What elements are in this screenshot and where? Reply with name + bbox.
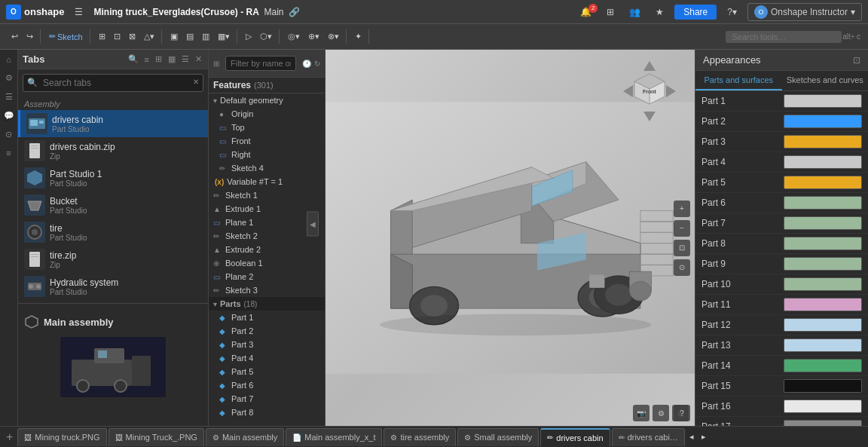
- viewport-help-btn[interactable]: ?: [674, 405, 690, 421]
- bottom-tab-small-assembly[interactable]: ⚙Small assembly: [457, 428, 539, 446]
- transform-btn-4[interactable]: △▾: [140, 29, 158, 44]
- part-color-swatch-15[interactable]: [784, 379, 863, 393]
- bottom-tab-mining-png[interactable]: 🖼Mining truck.PNG: [17, 428, 106, 446]
- action-btn[interactable]: ✦: [351, 29, 365, 44]
- tool-btn-a[interactable]: ▣: [167, 29, 182, 44]
- sidebar-icon-parts[interactable]: ⚙: [3, 71, 15, 85]
- part-color-row-3[interactable]: Part 3: [695, 132, 868, 152]
- part-color-row-10[interactable]: Part 10: [695, 274, 868, 295]
- bottom-scroll-left[interactable]: ◂: [686, 432, 697, 442]
- part-color-swatch-3[interactable]: [784, 135, 863, 148]
- part-color-swatch-8[interactable]: [784, 237, 863, 250]
- transform-btn-3[interactable]: ⊠: [125, 29, 139, 44]
- filter-icon-btn[interactable]: ⊞: [213, 60, 219, 68]
- part-color-row-7[interactable]: Part 7: [695, 213, 868, 234]
- part-color-row-11[interactable]: Part 11: [695, 295, 868, 315]
- feature-front[interactable]: ▭ Front: [209, 134, 325, 148]
- part-color-swatch-1[interactable]: [784, 94, 863, 108]
- render-btn[interactable]: ⊕▾: [304, 29, 323, 44]
- feature-part-5[interactable]: ◆ Part 5: [209, 365, 325, 378]
- tab-item-hydraulic[interactable]: Hydraulic system Part Studio: [18, 273, 208, 300]
- sidebar-icon-variables[interactable]: ≡: [4, 146, 13, 160]
- sidebar-icon-browse[interactable]: ☰: [3, 90, 15, 104]
- section-btn[interactable]: ⊗▾: [324, 29, 343, 44]
- part-color-swatch-16[interactable]: [784, 400, 863, 413]
- bottom-tab-main-assembly-xt[interactable]: 📄Main assembly_x_t: [286, 428, 382, 446]
- feature-part-4[interactable]: ◆ Part 4: [209, 351, 325, 365]
- tool-btn-b[interactable]: ▤: [182, 29, 197, 44]
- feature-part-3[interactable]: ◆ Part 3: [209, 338, 325, 351]
- hamburger-menu[interactable]: ☰: [70, 5, 87, 19]
- feature-part-7[interactable]: ◆ Part 7: [209, 392, 325, 406]
- feature-top[interactable]: ▭ Top: [209, 121, 325, 134]
- part-color-row-15[interactable]: Part 15: [695, 376, 868, 396]
- instructor-menu[interactable]: O Onshape Instructor ▾: [747, 3, 862, 21]
- feature-refresh-btn[interactable]: ↻: [314, 60, 320, 68]
- viewport[interactable]: Front + − ⊡ ⊙ 📷 ⚙ ⊞ ?: [326, 50, 695, 426]
- tabs-search-input[interactable]: [23, 74, 203, 92]
- feature-filter-input[interactable]: [225, 56, 296, 71]
- part-color-row-13[interactable]: Part 13: [695, 335, 868, 356]
- tabs-sort-icon-btn[interactable]: ≡: [143, 54, 151, 66]
- part-color-swatch-12[interactable]: [784, 318, 863, 332]
- viewport-settings-btn[interactable]: ⚙: [653, 405, 669, 421]
- share-button[interactable]: Share: [674, 5, 717, 20]
- tabs-filter-icon-btn[interactable]: ⊞: [154, 53, 164, 66]
- part-color-swatch-17[interactable]: [784, 420, 863, 426]
- tabs-list-icon-btn[interactable]: ☰: [180, 53, 191, 66]
- nav-cube[interactable]: Front: [619, 57, 680, 118]
- feature-part-2[interactable]: ◆ Part 2: [209, 324, 325, 338]
- feature-default-geometry-toggle[interactable]: ▾ Default geometry: [209, 93, 325, 107]
- feature-right[interactable]: ▭ Right: [209, 148, 325, 161]
- tab-item-part-studio-1[interactable]: Part Studio 1 Part Studio: [18, 164, 208, 191]
- tabs-close-icon-btn[interactable]: ✕: [194, 53, 203, 66]
- part-color-swatch-5[interactable]: [784, 176, 863, 189]
- part-color-swatch-10[interactable]: [784, 277, 863, 291]
- part-color-row-12[interactable]: Part 12: [695, 315, 868, 335]
- part-color-swatch-7[interactable]: [784, 216, 863, 230]
- panel-collapse-button[interactable]: ◀: [307, 211, 319, 236]
- feature-sketch-3[interactable]: ✏ Sketch 3: [209, 283, 325, 297]
- tab-item-tire[interactable]: tire Part Studio: [18, 219, 208, 246]
- feature-sketch-4[interactable]: ✏ Sketch 4: [209, 161, 325, 175]
- people-button[interactable]: 👥: [625, 5, 645, 19]
- part-color-row-14[interactable]: Part 14: [695, 356, 868, 376]
- feature-extrude-2[interactable]: ▲ Extrude 2: [209, 243, 325, 256]
- viewport-plus-btn[interactable]: +: [674, 201, 690, 217]
- display-btn[interactable]: ⬡▾: [256, 29, 276, 44]
- tab-item-drivers-cabin[interactable]: drivers cabin Part Studio: [18, 110, 208, 137]
- part-color-swatch-13[interactable]: [784, 338, 863, 352]
- viewport-minus-btn[interactable]: −: [674, 220, 690, 237]
- search-tools-input[interactable]: [726, 31, 842, 43]
- tab-item-drivers-cabin-zip[interactable]: drivers cabin.zip Zip: [18, 137, 208, 164]
- sketch-button[interactable]: ✏ Sketch: [45, 29, 87, 44]
- feature-plane-2[interactable]: ▭ Plane 2: [209, 270, 325, 283]
- parts-section[interactable]: ▾ Parts (18): [209, 297, 325, 311]
- feature-sketch-1[interactable]: ✏ Sketch 1: [209, 188, 325, 202]
- feature-part-6[interactable]: ◆ Part 6: [209, 378, 325, 392]
- part-color-row-8[interactable]: Part 8: [695, 234, 868, 254]
- sidebar-icon-versions[interactable]: ⊙: [3, 127, 14, 142]
- bottom-scroll-right[interactable]: ▸: [698, 432, 709, 442]
- part-color-row-6[interactable]: Part 6: [695, 193, 868, 213]
- tab-item-main-assembly[interactable]: Main assembly: [18, 310, 208, 334]
- part-color-swatch-11[interactable]: [784, 298, 863, 311]
- feature-clock-btn[interactable]: 🕐: [302, 60, 311, 68]
- measure-btn[interactable]: ▷: [242, 29, 255, 44]
- feature-origin[interactable]: ● Origin: [209, 107, 325, 121]
- sidebar-icon-comment[interactable]: 💬: [2, 109, 17, 123]
- bottom-tab-mining-truck-png[interactable]: 🖼Mining Truck_.PNG: [108, 428, 204, 446]
- feature-part-8[interactable]: ◆ Part 8: [209, 406, 325, 419]
- tab-sketches-curves[interactable]: Sketches and curves: [782, 71, 869, 90]
- tabs-search-icon-btn[interactable]: 🔍: [127, 53, 140, 66]
- tool-btn-d[interactable]: ▦▾: [214, 29, 234, 44]
- sidebar-icon-home[interactable]: ⌂: [4, 53, 14, 66]
- tab-item-tire-zip[interactable]: tire.zip Zip: [18, 246, 208, 273]
- add-tab-button[interactable]: +: [3, 430, 16, 444]
- transform-btn-1[interactable]: ⊞: [95, 29, 109, 44]
- star-button[interactable]: ★: [651, 5, 668, 19]
- tab-parts-surfaces[interactable]: Parts and surfaces: [695, 71, 782, 90]
- part-color-swatch-6[interactable]: [784, 196, 863, 210]
- undo-button[interactable]: ↩: [8, 29, 22, 44]
- part-color-row-17[interactable]: Part 17: [695, 417, 868, 426]
